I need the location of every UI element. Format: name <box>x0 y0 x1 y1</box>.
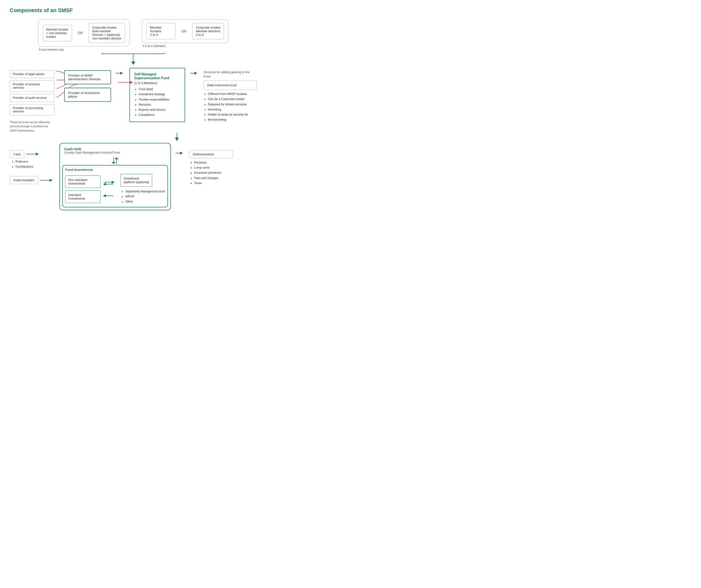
bottom-section: Cash Rollovers Contributions Asset trans… <box>10 143 257 210</box>
platform-col: Investmentplatform (optional) Separately… <box>121 174 165 205</box>
invest-arrows <box>104 180 116 198</box>
cashhub-to-fund-arrows <box>60 157 170 164</box>
top-group-multi-member: Membertrustees2 to 4 OR Corporate truste… <box>142 19 229 48</box>
providers-column: Provider of legal advice Provider of act… <box>10 70 54 133</box>
admin-to-smsf-arrow <box>116 70 125 76</box>
cash-group: Cash Rollovers Contributions <box>10 150 54 170</box>
debt-item-1: Different from SMSF trustees <box>208 91 257 97</box>
svg-marker-8 <box>120 72 123 75</box>
top-connector-svg <box>70 53 196 65</box>
smsf-subtitle: (1 to 4 Members) <box>134 81 180 85</box>
disb-lump: Lump sums <box>194 165 233 170</box>
debt-item-3: Required for limited recourse <box>208 102 257 107</box>
admin-column: Provider of SMSF administration Services… <box>64 70 111 102</box>
svg-marker-24 <box>103 183 106 186</box>
disb-taxes: Taxes <box>194 181 233 186</box>
h-arrow-fund-disb <box>176 150 184 156</box>
provider-accounting: Provider of accounting services <box>10 104 54 115</box>
asset-row: Asset transfers <box>10 176 54 184</box>
smsf-item-1: Trust deed <box>139 87 180 92</box>
disbursements-col: Disbursements Pensions Lump sums Insuran… <box>189 150 233 186</box>
right-column: Structure for adding gearing to the Fund… <box>204 70 257 122</box>
box-corporate-sole: Corporate trusteeSole memberDirector + (… <box>89 23 125 43</box>
smsf-item-3: Trustee responsibilities <box>139 97 180 102</box>
cash-item-contributions: Contributions <box>15 164 54 169</box>
h-arrow-admin-smsf <box>116 70 125 76</box>
caption-multi-member: If 2 to 4 members <box>142 44 229 48</box>
disbursements-box: Disbursements <box>189 150 233 158</box>
debt-list: Different from SMSF trustees Can be a Co… <box>204 91 257 122</box>
svg-marker-4 <box>131 61 135 65</box>
platform-with-arrow: Investmentplatform (optional) <box>121 174 165 187</box>
caption-one-member: If one member only <box>38 48 130 51</box>
investments-left: Non-standardInvestments StandardInvestme… <box>65 176 101 203</box>
top-group-one-member: Member trustee+ non-membertrustee OR Cor… <box>38 19 130 51</box>
middle-section: Provider of legal advice Provider of act… <box>10 68 257 133</box>
platform-items: Separately Managed Account WRAP Other <box>121 189 165 205</box>
smsf-title: Self Managed Superannuation Fund <box>134 72 180 80</box>
non-standard-box: Non-standardInvestments <box>65 176 101 188</box>
provider-audit: Provider of audit services <box>10 94 54 102</box>
disb-insurance: Insurance premiums <box>194 170 233 176</box>
standard-box: StandardInvestments <box>65 191 101 203</box>
cash-items: Rollovers Contributions <box>11 159 54 170</box>
or-label-1: OR <box>76 31 84 35</box>
smsf-to-debt-arrow <box>190 70 199 76</box>
admin-box: Provider of SMSF administration Services <box>64 70 111 84</box>
providers-caption: These services can be efficiently source… <box>10 120 54 133</box>
debt-instrument-box: Debt Instrument trust <box>204 81 257 90</box>
nonstandard-platform-arrows <box>104 180 116 186</box>
smsf-item-6: Compliance <box>139 112 180 117</box>
smsf-item-5: Reports and returns <box>139 107 180 112</box>
smsf-box: Self Managed Superannuation Fund (1 to 4… <box>130 68 185 122</box>
provider-legal: Provider of legal advice <box>10 70 54 78</box>
top-groups-row: Member trustee+ non-membertrustee OR Cor… <box>38 19 229 51</box>
or-label-2: OR <box>180 29 188 33</box>
investment-advice-box: Provider of investment advice <box>64 88 111 102</box>
platform-box: Investmentplatform (optional) <box>121 174 152 187</box>
smsf-item-4: Pensions <box>139 102 180 107</box>
disb-fees: Fees and charges <box>194 176 233 181</box>
disb-pensions: Pensions <box>194 160 233 165</box>
cash-hub-subtitle: Usually Cash Management Account/Trust <box>64 151 166 154</box>
cash-hub-title: Cash Hub <box>64 147 166 151</box>
svg-marker-12 <box>175 137 179 141</box>
platform-item-sma: Separately Managed Account <box>125 189 165 194</box>
box-member-trustee: Member trustee+ non-membertrustee <box>43 25 72 41</box>
svg-marker-14 <box>36 153 39 156</box>
debt-item-2: Can be a Corporate trustee <box>208 97 257 102</box>
h-arrow-smsf-debt <box>190 70 199 76</box>
debt-item-6: the borrowing <box>208 117 257 122</box>
disbursements-list: Pensions Lump sums Insurance premiums Fe… <box>189 160 233 186</box>
box-member-trustees: Membertrustees2 to 4 <box>146 23 176 39</box>
v-arrow-smsf-cashhub <box>174 133 180 141</box>
fund-box: Cash Hub Usually Cash Management Account… <box>59 143 171 210</box>
debt-item-5: Holder of asset as security for <box>208 112 257 117</box>
investments-row: Non-standardInvestments StandardInvestme… <box>65 174 165 205</box>
smsf-item-2: Investment strategy <box>139 92 180 97</box>
box-corporate-member: Corporate trusteeMember directors2 to 4 <box>192 23 224 39</box>
asset-arrow <box>40 178 54 183</box>
svg-marker-26 <box>103 194 106 197</box>
smsf-list: Trust deed Investment strategy Trustee r… <box>134 87 180 118</box>
fund-investments-section: Fund Investments Non-standardInvestments… <box>62 165 168 207</box>
cash-item-rollovers: Rollovers <box>15 159 54 164</box>
top-group2: Membertrustees2 to 4 OR Corporate truste… <box>142 19 229 43</box>
svg-marker-20 <box>114 157 119 159</box>
standard-platform-arrow <box>104 193 116 198</box>
fund-investments-title: Fund Investments <box>65 168 165 172</box>
cash-hub-header: Cash Hub Usually Cash Management Account… <box>60 143 170 156</box>
svg-marker-22 <box>112 181 114 184</box>
asset-box: Asset transfers <box>10 176 38 184</box>
bottom-left-col: Cash Rollovers Contributions Asset trans… <box>10 150 54 184</box>
fund-to-disb-arrow <box>176 150 184 156</box>
smsf-to-cashhub-arrow <box>97 133 257 141</box>
gearing-caption: Structure for adding gearing to the Fund <box>204 70 257 79</box>
middle-inner: Provider of legal advice Provider of act… <box>10 68 257 133</box>
svg-marker-10 <box>194 72 197 75</box>
top-section: Member trustee+ non-membertrustee OR Cor… <box>10 19 257 65</box>
bidirectional-arrow <box>110 157 120 164</box>
cash-row: Cash <box>10 150 54 158</box>
provider-actuarial: Provider of actuarial services <box>10 80 54 91</box>
platform-item-other: Other <box>125 199 165 204</box>
